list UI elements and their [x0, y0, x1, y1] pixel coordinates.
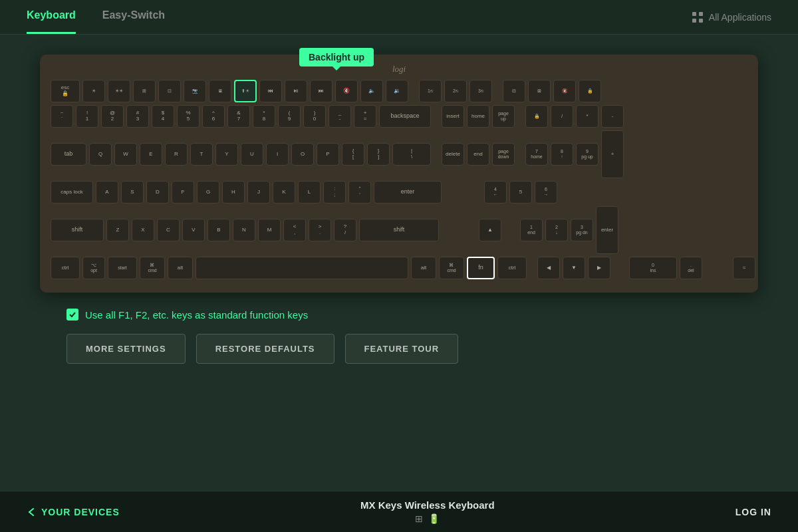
key-p[interactable]: P — [317, 143, 339, 166]
key-f[interactable]: F — [172, 181, 194, 203]
key-tab[interactable]: tab — [51, 143, 86, 166]
key-lbracket[interactable]: {[ — [342, 143, 364, 166]
key-cmd-left[interactable]: ⌘cmd — [140, 257, 165, 279]
key-right[interactable]: ▶ — [588, 257, 610, 279]
key-backslash[interactable]: |\ — [392, 143, 431, 166]
key-shift-right[interactable]: shift — [359, 219, 439, 241]
key-alt[interactable]: alt — [168, 257, 193, 279]
your-devices-button[interactable]: YOUR DEVICES — [27, 507, 120, 517]
key-h[interactable]: H — [222, 181, 245, 203]
key-backspace[interactable]: backspace — [379, 105, 431, 128]
key-shift-left[interactable]: shift — [51, 219, 104, 241]
key-numdot[interactable]: .del — [680, 257, 702, 279]
key-x[interactable]: X — [132, 219, 154, 241]
key-f11[interactable]: 🔇 — [335, 80, 358, 102]
key-j[interactable]: J — [247, 181, 270, 203]
key-0[interactable]: )0 — [303, 105, 326, 128]
key-ctrl-right[interactable]: ctrl — [497, 257, 527, 279]
key-f3[interactable]: ⊞ — [133, 80, 156, 102]
feature-tour-button[interactable]: FEATURE TOUR — [345, 334, 459, 364]
key-u[interactable]: U — [241, 143, 263, 166]
key-slash[interactable]: ?/ — [334, 219, 356, 241]
key-w[interactable]: W — [114, 143, 137, 166]
key-numminus[interactable]: - — [601, 105, 624, 128]
key-b[interactable]: B — [207, 219, 230, 241]
key-i[interactable]: I — [266, 143, 289, 166]
key-c[interactable]: C — [157, 219, 180, 241]
key-e[interactable]: E — [140, 143, 162, 166]
key-n[interactable]: N — [233, 219, 255, 241]
key-numequals[interactable]: = — [733, 257, 755, 279]
key-numenter[interactable]: enter — [596, 206, 618, 254]
key-alt-right[interactable]: alt — [411, 257, 436, 279]
key-device2[interactable]: 2⎋ — [444, 80, 467, 102]
key-backtick[interactable]: ~` — [51, 105, 73, 128]
key-down[interactable]: ▼ — [563, 257, 585, 279]
key-k[interactable]: K — [273, 181, 295, 203]
key-d[interactable]: D — [146, 181, 169, 203]
key-numstar[interactable]: * — [576, 105, 598, 128]
key-num0[interactable]: 0ins — [629, 257, 677, 279]
key-num3[interactable]: 3pg dn — [571, 219, 593, 241]
key-f10[interactable]: ⏭ — [310, 80, 332, 102]
key-numslash[interactable]: / — [551, 105, 573, 128]
key-left[interactable]: ◀ — [537, 257, 560, 279]
key-esc[interactable]: esc🔒 — [51, 80, 80, 102]
key-r[interactable]: R — [165, 143, 188, 166]
key-y[interactable]: Y — [215, 143, 238, 166]
key-f6[interactable]: 🖥 — [209, 80, 231, 102]
key-numplus[interactable]: + — [601, 130, 624, 178]
key-2[interactable]: @2 — [101, 105, 124, 128]
key-num5[interactable]: 5 — [509, 181, 532, 203]
key-m[interactable]: M — [258, 219, 281, 241]
key-enter[interactable]: enter — [374, 181, 442, 203]
key-9[interactable]: (9 — [278, 105, 301, 128]
key-l[interactable]: L — [298, 181, 321, 203]
key-end[interactable]: end — [467, 143, 489, 166]
key-g[interactable]: G — [197, 181, 219, 203]
key-3[interactable]: #3 — [126, 105, 149, 128]
key-num8[interactable]: 8↑ — [551, 143, 573, 166]
key-equals[interactable]: += — [354, 105, 376, 128]
key-s[interactable]: S — [121, 181, 144, 203]
key-mute2[interactable]: 🔇 — [553, 80, 576, 102]
key-num9[interactable]: 9pg up — [576, 143, 598, 166]
key-f1[interactable]: ☀ — [82, 80, 105, 102]
key-semicolon[interactable]: :; — [323, 181, 346, 203]
key-z[interactable]: Z — [106, 219, 129, 241]
key-f7[interactable]: ⬆☀ — [234, 80, 257, 102]
key-4[interactable]: $4 — [152, 105, 174, 128]
key-8[interactable]: *8 — [253, 105, 275, 128]
key-v[interactable]: V — [182, 219, 205, 241]
key-pageup[interactable]: pageup — [492, 105, 515, 128]
key-q[interactable]: Q — [89, 143, 112, 166]
key-t[interactable]: T — [190, 143, 213, 166]
key-home[interactable]: home — [467, 105, 489, 128]
key-numlock[interactable]: 🔒 — [525, 105, 548, 128]
key-ins[interactable]: ⊟ — [503, 80, 525, 102]
key-up[interactable]: ▲ — [479, 219, 501, 241]
log-in-button[interactable]: LOG IN — [735, 507, 771, 517]
key-5[interactable]: %5 — [177, 105, 200, 128]
key-fn[interactable]: fn — [467, 257, 495, 279]
key-del2[interactable]: ⊠ — [528, 80, 551, 102]
key-f13[interactable]: 🔉 — [386, 80, 408, 102]
key-pagedown[interactable]: pagedown — [492, 143, 515, 166]
key-cmd-right[interactable]: ⌘cmd — [439, 257, 464, 279]
restore-defaults-button[interactable]: RESTORE DEFAULTS — [196, 334, 334, 364]
key-7[interactable]: &7 — [227, 105, 250, 128]
key-ctrl-left[interactable]: ctrl — [51, 257, 80, 279]
key-num7[interactable]: 7home — [525, 143, 548, 166]
key-f8[interactable]: ⏮ — [259, 80, 282, 102]
key-a[interactable]: A — [96, 181, 118, 203]
key-delete[interactable]: delete — [442, 143, 464, 166]
key-start[interactable]: start — [108, 257, 137, 279]
key-1[interactable]: !1 — [76, 105, 98, 128]
tab-easyswitch[interactable]: Easy-Switch — [102, 0, 165, 34]
key-device3[interactable]: 3⎋ — [469, 80, 492, 102]
key-capslock[interactable]: caps lock — [51, 181, 93, 203]
key-device1[interactable]: 1⎋ — [419, 80, 442, 102]
key-num6[interactable]: 6→ — [535, 181, 557, 203]
key-f4[interactable]: ⊡ — [158, 80, 181, 102]
all-applications-button[interactable]: All Applications — [692, 11, 771, 23]
